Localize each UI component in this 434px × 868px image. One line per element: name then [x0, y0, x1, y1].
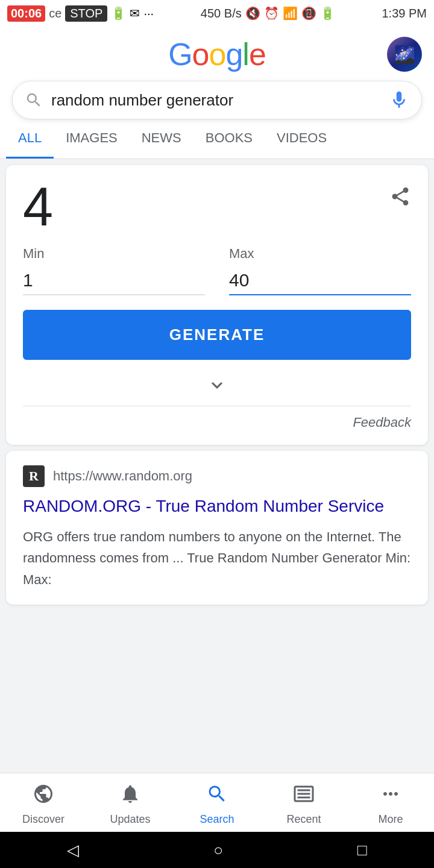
- updates-icon: [119, 783, 141, 810]
- rng-widget-card: 4 Min Max GENERATE: [6, 165, 428, 445]
- sim-icon: ✉: [130, 6, 140, 20]
- rng-min-label: Min: [23, 246, 205, 262]
- mute-icon: 🔇: [245, 6, 260, 20]
- rng-max-group: Max: [229, 246, 411, 295]
- more-icon: [380, 783, 401, 810]
- status-left: 00:06 ce STOP 🔋 ✉ ···: [7, 5, 154, 22]
- search-tabs: ALL IMAGES NEWS BOOKS VIDEOS: [0, 119, 434, 159]
- google-logo: Google: [47, 36, 387, 72]
- search-nav-icon: [206, 783, 228, 810]
- status-time: 1:39 PM: [382, 7, 427, 20]
- rng-result-number: 4: [23, 180, 53, 234]
- header-top: Google 🌌: [12, 36, 422, 72]
- result-snippet: ORG offers true random numbers to anyone…: [23, 526, 411, 590]
- feedback-row: Feedback: [23, 406, 411, 430]
- recording-indicator: 00:06: [7, 5, 45, 22]
- search-bar[interactable]: random number generator: [12, 81, 422, 119]
- expand-row[interactable]: [23, 372, 411, 406]
- result-title[interactable]: RANDOM.ORG - True Random Number Service: [23, 494, 411, 518]
- ce-indicator: ce: [49, 7, 61, 20]
- rng-max-input[interactable]: [229, 266, 411, 295]
- generate-button[interactable]: GENERATE: [23, 310, 411, 360]
- more-label: More: [378, 813, 403, 826]
- tab-all[interactable]: ALL: [6, 119, 54, 159]
- back-button[interactable]: ◁: [49, 835, 97, 866]
- main-content: 4 Min Max GENERATE: [0, 159, 434, 617]
- tab-videos[interactable]: VIDEOS: [265, 119, 339, 159]
- tab-news[interactable]: NEWS: [130, 119, 193, 159]
- mic-icon[interactable]: [389, 90, 409, 110]
- feedback-link[interactable]: Feedback: [353, 415, 411, 430]
- rng-inputs-row: Min Max: [23, 246, 411, 295]
- nav-search[interactable]: Search: [174, 783, 260, 826]
- discover-label: Discover: [22, 813, 64, 826]
- recent-icon: [293, 783, 315, 810]
- signal-icon: 📵: [301, 6, 316, 20]
- chevron-down-icon: [206, 374, 228, 401]
- search-nav-label: Search: [200, 813, 234, 826]
- dots-icon: ···: [143, 7, 154, 20]
- share-icon[interactable]: [389, 186, 411, 213]
- tab-books[interactable]: BOOKS: [193, 119, 265, 159]
- nav-discover[interactable]: Discover: [0, 783, 87, 826]
- wifi-icon: 📶: [283, 6, 298, 20]
- user-avatar[interactable]: 🌌: [387, 37, 422, 72]
- home-button[interactable]: ○: [195, 835, 241, 866]
- search-query-text: random number generator: [51, 91, 389, 110]
- recent-label: Recent: [286, 813, 321, 826]
- search-icon: [25, 91, 43, 109]
- battery-icon: 🔋: [320, 6, 335, 20]
- discover-icon: [33, 783, 54, 810]
- tab-images[interactable]: IMAGES: [54, 119, 130, 159]
- result-url: https://www.random.org: [53, 468, 192, 484]
- nav-recent[interactable]: Recent: [260, 783, 347, 826]
- result-source-row: R https://www.random.org: [23, 465, 411, 487]
- status-center: 450 B/s 🔇 ⏰ 📶 📵 🔋: [201, 6, 335, 20]
- network-speed: 450 B/s: [201, 7, 242, 20]
- nav-updates[interactable]: Updates: [87, 783, 174, 826]
- stop-button[interactable]: STOP: [65, 5, 107, 22]
- system-nav-bar: ◁ ○ □: [0, 832, 434, 868]
- rng-min-group: Min: [23, 246, 205, 295]
- status-bar: 00:06 ce STOP 🔋 ✉ ··· 450 B/s 🔇 ⏰ 📶 📵 🔋 …: [0, 0, 434, 27]
- rng-max-label: Max: [229, 246, 411, 262]
- updates-label: Updates: [110, 813, 150, 826]
- result-favicon: R: [23, 465, 45, 487]
- google-header: Google 🌌 random number generator: [0, 27, 434, 119]
- charge-icon: 🔋: [111, 6, 126, 20]
- search-result-card: R https://www.random.org RANDOM.ORG - Tr…: [6, 451, 428, 605]
- recent-apps-button[interactable]: □: [339, 835, 385, 866]
- nav-more[interactable]: More: [347, 783, 434, 826]
- rng-min-input[interactable]: [23, 266, 205, 295]
- bottom-nav: Discover Updates Search Recent: [0, 773, 434, 832]
- rng-result-row: 4: [23, 180, 411, 234]
- alarm-icon: ⏰: [264, 6, 279, 20]
